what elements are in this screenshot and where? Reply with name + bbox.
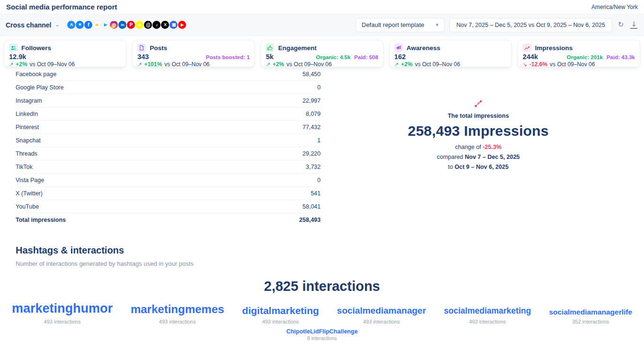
channel-impressions: 1: [317, 137, 321, 144]
channel-impressions: 58,450: [303, 71, 321, 78]
followers-card: Followers 12.9k ↗ +2% vs Oct 09–Nov 06: [4, 40, 126, 67]
summary-period-current: Nov 7 – Dec 5, 2025: [465, 154, 520, 160]
channel-glyph: f: [88, 22, 89, 27]
caret-down-icon: ▾: [436, 22, 438, 28]
channel-name: Facebook page: [16, 71, 56, 78]
channel-icon[interactable]: in: [118, 21, 126, 29]
hashtag-item: socialmediamanagerlife 352 interactions: [549, 308, 632, 324]
table-total-row: Total impressions 258,493: [16, 213, 321, 227]
channel-icon[interactable]: P: [127, 21, 135, 29]
report-page: Social media performance report America/…: [0, 0, 644, 350]
trend-up-icon: ↗: [137, 61, 142, 68]
channel-icon[interactable]: ◎: [110, 21, 118, 29]
hashtag-count: 8 interactions: [0, 335, 644, 341]
channel-icon[interactable]: f: [84, 21, 92, 29]
channel-impressions: 3,732: [306, 164, 321, 170]
channel-name: Instagram: [16, 97, 42, 104]
table-row: LinkedIn 8,079: [16, 107, 321, 121]
hashtag-label[interactable]: socialmediamanagerlife: [549, 308, 632, 316]
channel-glyph: A: [70, 23, 73, 27]
table-row: Facebook page 58,450: [16, 68, 321, 81]
channel-impressions: 8,079: [306, 111, 321, 117]
date-range-picker[interactable]: Nov 7, 2025 – Dec 5, 2025 vs Oct 9, 2025…: [449, 18, 612, 32]
hashtag-item: socialmediamarketing 493 interactions: [444, 306, 531, 324]
hashtag-label[interactable]: socialmediamarketing: [444, 306, 531, 315]
table-row: Pinterest 77,432: [16, 121, 321, 134]
channel-icon[interactable]: ♪: [152, 21, 161, 29]
refresh-icon[interactable]: ↻: [617, 20, 625, 29]
summary-to-line: to Oct 9 – Nov 6, 2025: [384, 164, 573, 170]
toolbar-right: Default report template ▾ Nov 7, 2025 – …: [356, 18, 638, 32]
card-value: 12.9k: [9, 53, 26, 61]
hashtag-count: 493 interactions: [12, 319, 113, 324]
channel-icon[interactable]: X: [161, 21, 169, 29]
total-value: 258,493: [299, 217, 321, 223]
engagement-card: Engagement 5k Organic: 4.5k Paid: 508 ↗ …: [260, 40, 383, 67]
hashtag-label[interactable]: marketinghumor: [12, 302, 113, 316]
channel-glyph: ▶: [104, 23, 107, 27]
channel-glyph: ▣: [172, 23, 176, 27]
hashtags-title: Hashtags & interactions: [16, 245, 644, 256]
compare-period: vs Oct 09–Nov 06: [415, 61, 460, 68]
channel-glyph: ▶: [181, 23, 184, 27]
channel-name: Vista Page: [16, 177, 44, 184]
hashtag-count: 493 interactions: [242, 319, 319, 324]
channel-name: YouTube: [16, 203, 39, 210]
channel-selector[interactable]: Cross channel ⌄: [6, 21, 60, 29]
report-template-select[interactable]: Default report template ▾: [356, 18, 445, 32]
channel-glyph: ◎: [112, 23, 116, 27]
channel-name: TikTok: [16, 164, 33, 170]
posts-card: Posts 343 Posts boosted: 1 ↗ +101% vs Oc…: [132, 40, 255, 67]
channel-impressions: 0: [317, 84, 321, 91]
channel-glyph: in: [121, 23, 124, 27]
awareness-icon: [394, 44, 403, 52]
channel-glyph: ✶: [78, 23, 82, 27]
hashtag-count: 352 interactions: [549, 319, 632, 324]
table-row: TikTok 3,732: [16, 160, 321, 174]
table-row: Snapchat 1: [16, 134, 321, 147]
chevron-down-icon: ⌄: [54, 21, 60, 28]
channel-icon[interactable]: @: [144, 21, 152, 29]
channel-selector-label: Cross channel: [6, 21, 51, 29]
channel-icon[interactable]: ▣: [170, 21, 178, 29]
timezone-label: America/New York: [591, 4, 638, 10]
table-row: Instagram 22,997: [16, 94, 321, 107]
channel-impressions: 58,041: [303, 203, 321, 210]
impressions-table-body: Facebook page 58,450 Google Play Store 0…: [16, 68, 321, 213]
hashtags-total: 2,825 interactions: [0, 279, 644, 294]
hashtag-count: 493 interactions: [444, 319, 531, 324]
card-title: Impressions: [535, 44, 573, 52]
summary-label: The total impressions: [384, 113, 573, 119]
channel-glyph: ♪: [155, 23, 158, 27]
hashtag-label[interactable]: digitalmarketing: [242, 305, 319, 316]
channel-glyph: ●: [138, 23, 141, 27]
channel-name: Threads: [16, 150, 37, 157]
hashtag-item: digitalmarketing 493 interactions: [242, 305, 319, 324]
table-row: Threads 29,220: [16, 147, 321, 160]
channel-icon[interactable]: ▶: [101, 21, 109, 29]
page-title: Social media performance report: [6, 3, 117, 11]
channel-icon[interactable]: A: [67, 21, 75, 29]
channel-icon[interactable]: ▶: [178, 21, 186, 29]
channel-icon[interactable]: ılı: [93, 21, 101, 29]
hashtag-label[interactable]: ChipotleLidFlipChallenge: [0, 329, 644, 335]
hashtags-subtitle: Number of interactions generated by hash…: [16, 260, 644, 267]
hashtag-cloud: marketinghumor 493 interactions marketin…: [0, 302, 644, 324]
kpi-cards-row: Followers 12.9k ↗ +2% vs Oct 09–Nov 06 P…: [0, 40, 644, 67]
organic-value: Organic: 201k: [567, 54, 603, 60]
hashtag-label[interactable]: socialmediamanager: [337, 306, 426, 316]
hashtag-item: marketingmemes 493 interactions: [131, 303, 224, 324]
table-row: Vista Page 0: [16, 174, 321, 187]
card-value: 162: [394, 53, 406, 61]
change-percent: +2%: [16, 61, 27, 68]
channel-icon[interactable]: ●: [135, 21, 143, 29]
channel-icon[interactable]: ✶: [76, 21, 84, 29]
hashtag-item: socialmediamanager 493 interactions: [337, 306, 426, 324]
table-row: Google Play Store 0: [16, 81, 321, 94]
channel-impressions: 29,220: [303, 150, 321, 157]
download-icon[interactable]: ↓: [629, 20, 638, 30]
channel-impressions: 77,432: [303, 124, 321, 131]
hashtag-label[interactable]: marketingmemes: [131, 303, 224, 315]
organic-value: Organic: 4.5k: [316, 54, 350, 60]
channel-glyph: @: [146, 23, 151, 27]
